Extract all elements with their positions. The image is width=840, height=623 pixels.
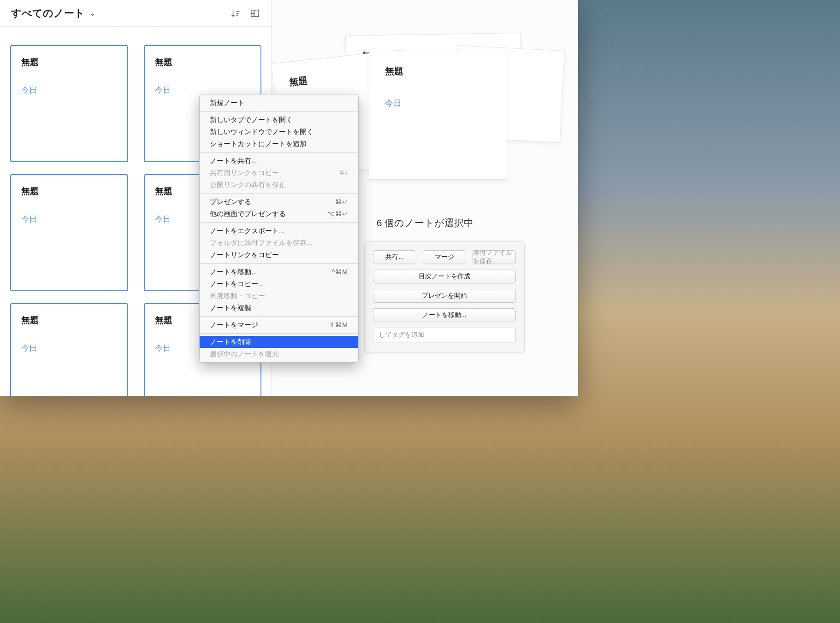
note-card[interactable]: 無題今日 — [10, 303, 128, 396]
context-menu-label: 共有用リンクをコピー — [210, 169, 279, 177]
context-menu-separator — [200, 193, 358, 194]
app-window: すべてのノート ⌄ 無題今日無題今日無題今日無題今日無題今日無題今日 無題 題 — [0, 0, 578, 396]
create-toc-button[interactable]: 目次ノートを作成 — [373, 270, 516, 283]
context-menu-label: フォルダに添付ファイルを保存... — [210, 239, 313, 247]
context-menu-label: ノートを共有... — [210, 157, 257, 165]
context-menu-item: フォルダに添付ファイルを保存... — [200, 237, 358, 249]
context-menu-label: 新規ノート — [210, 99, 244, 107]
context-menu-item[interactable]: ノートをエクスポート... — [200, 225, 358, 237]
stack-card-front: 無題 今日 — [369, 51, 507, 180]
context-menu-item[interactable]: ノートをコピー... — [200, 278, 358, 290]
context-menu-label: ノートをエクスポート... — [210, 227, 285, 235]
list-title-dropdown[interactable]: すべてのノート ⌄ — [11, 6, 95, 20]
note-title: 無題 — [21, 185, 117, 197]
context-menu-label: ノートを移動... — [210, 268, 257, 276]
context-menu-separator — [200, 152, 358, 153]
context-menu-shortcut: ^⌘M — [332, 268, 348, 276]
context-menu-item[interactable]: 新規ノート — [200, 97, 358, 109]
context-menu-label: 他の画面でプレゼンする — [210, 210, 286, 218]
context-menu-item[interactable]: ノートを共有... — [200, 155, 358, 167]
context-menu-item: 再度移動・コピー — [200, 290, 358, 302]
context-menu-item: 公開リンクの共有を停止 — [200, 179, 358, 191]
context-menu-label: プレゼンする — [210, 198, 251, 206]
context-menu-separator — [200, 333, 358, 334]
share-button[interactable]: 共有... — [373, 250, 416, 264]
context-menu-shortcut: ⌥⌘↩ — [327, 210, 348, 217]
context-menu-shortcut: ⌘/ — [339, 169, 348, 176]
list-header: すべてのノート ⌄ — [0, 0, 272, 27]
context-menu-item[interactable]: プレゼンする⌘↩ — [200, 196, 358, 208]
context-menu-item[interactable]: ショートカットにノートを追加 — [200, 138, 358, 150]
stack-card-title: 無題 — [385, 65, 491, 77]
context-menu-item[interactable]: ノートリンクをコピー — [200, 249, 358, 261]
context-menu-shortcut: ⌘↩ — [335, 198, 348, 206]
tag-placeholder: してタグを追加 — [379, 331, 424, 339]
context-menu-label: ノートをマージ — [210, 321, 258, 329]
header-actions — [230, 8, 260, 19]
action-panel: 共有... マージ 添付ファイルを保存 目次ノートを作成 プレゼンを開始 ノート… — [364, 241, 525, 353]
context-menu-shortcut: ⇧⌘M — [329, 321, 348, 329]
context-menu-label: 新しいタブでノートを開く — [210, 116, 293, 124]
context-menu-label: 公開リンクの共有を停止 — [210, 181, 286, 189]
context-menu-item[interactable]: ノートを複製 — [200, 302, 358, 314]
context-menu-label: ノートを削除 — [210, 338, 251, 347]
context-menu-label: ショートカットにノートを追加 — [210, 140, 307, 148]
note-title: 無題 — [21, 56, 117, 68]
context-menu-label: 選択中のノートを復元 — [210, 350, 279, 359]
context-menu-label: ノートをコピー... — [210, 280, 264, 288]
sort-icon[interactable] — [230, 8, 241, 19]
note-card[interactable]: 無題今日 — [10, 174, 128, 291]
context-menu-item[interactable]: 他の画面でプレゼンする⌥⌘↩ — [200, 208, 358, 220]
context-menu-separator — [200, 263, 358, 264]
context-menu-item[interactable]: ノートを移動...^⌘M — [200, 266, 358, 278]
note-title: 無題 — [155, 56, 251, 68]
list-title-label: すべてのノート — [11, 6, 85, 20]
context-menu-label: ノートリンクをコピー — [210, 251, 279, 259]
context-menu-item[interactable]: 新しいウィンドウでノートを開く — [200, 126, 358, 138]
chevron-down-icon: ⌄ — [89, 9, 95, 18]
note-title: 無題 — [21, 314, 117, 326]
context-menu-separator — [200, 316, 358, 317]
context-menu-item[interactable]: ノートを削除 — [200, 336, 358, 348]
start-present-button[interactable]: プレゼンを開始 — [373, 289, 516, 303]
move-note-button[interactable]: ノートを移動... — [373, 308, 516, 322]
add-tag-input[interactable]: してタグを追加 — [373, 328, 516, 342]
save-attachments-button[interactable]: 添付ファイルを保存 — [473, 250, 516, 264]
context-menu: 新規ノート新しいタブでノートを開く新しいウィンドウでノートを開くショートカットに… — [199, 94, 359, 363]
note-date: 今日 — [21, 85, 117, 95]
context-menu-item: 選択中のノートを復元 — [200, 348, 358, 360]
context-menu-label: 再度移動・コピー — [210, 292, 265, 300]
context-menu-label: 新しいウィンドウでノートを開く — [210, 128, 314, 136]
note-card[interactable]: 無題今日 — [10, 45, 128, 162]
stack-card-date: 今日 — [385, 98, 491, 109]
context-menu-label: ノートを複製 — [210, 304, 251, 312]
merge-button[interactable]: マージ — [423, 250, 466, 264]
note-date: 今日 — [21, 343, 117, 353]
context-menu-item[interactable]: ノートをマージ⇧⌘M — [200, 319, 358, 331]
context-menu-separator — [200, 222, 358, 223]
context-menu-separator — [200, 111, 358, 112]
note-date: 今日 — [21, 214, 117, 224]
context-menu-item: 共有用リンクをコピー⌘/ — [200, 167, 358, 179]
layout-icon[interactable] — [249, 8, 260, 19]
context-menu-item[interactable]: 新しいタブでノートを開く — [200, 114, 358, 126]
